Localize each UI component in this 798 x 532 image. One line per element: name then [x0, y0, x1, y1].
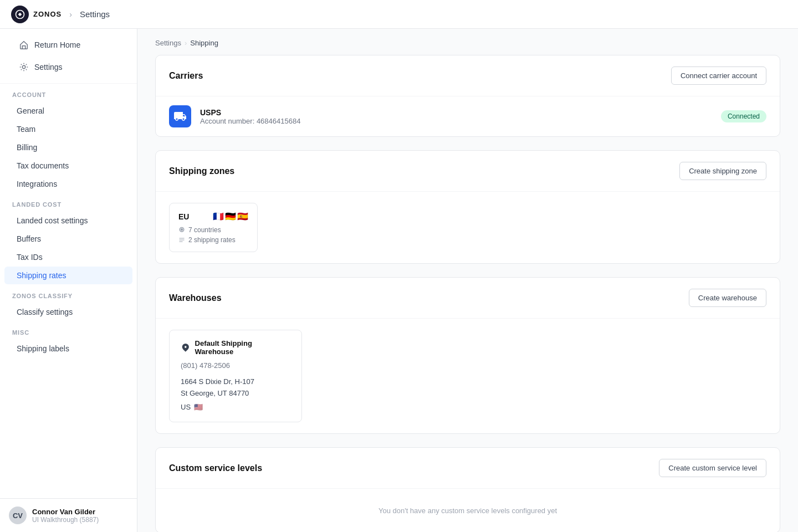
classify-section-label: ZONOS CLASSIFY	[0, 285, 137, 303]
warehouse-address-line2: St George, UT 84770	[181, 388, 290, 400]
zone-name: EU	[178, 212, 189, 221]
svg-point-1	[22, 65, 25, 68]
sidebar-item-classify-settings[interactable]: Classify settings	[4, 303, 132, 321]
logo-icon	[11, 6, 29, 23]
custom-service-levels-card: Custom service levels Create custom serv…	[155, 447, 780, 532]
misc-section-label: MISC	[0, 321, 137, 339]
shipping-zones-card-header: Shipping zones Create shipping zone	[156, 151, 780, 192]
zone-card-eu[interactable]: EU 🇫🇷 🇩🇪 🇪🇸 7 countries	[169, 203, 258, 252]
sidebar-item-landed-cost-settings[interactable]: Landed cost settings	[4, 212, 132, 229]
flag-de: 🇩🇪	[225, 211, 236, 222]
zone-rates: 2 shipping rates	[178, 236, 248, 244]
sidebar-item-return-home[interactable]: Return Home	[11, 34, 126, 55]
user-footer: CV Connor Van Gilder UI Walkthrough (588…	[0, 498, 137, 532]
location-pin-icon	[181, 342, 191, 352]
flag-fr: 🇫🇷	[213, 211, 224, 222]
return-home-label: Return Home	[34, 40, 80, 49]
carrier-name: USPS	[200, 108, 712, 117]
topbar-title: Settings	[80, 9, 110, 19]
carrier-icon	[169, 105, 191, 127]
warehouse-country-code: US	[181, 402, 191, 413]
landed-cost-section-label: LANDED COST	[0, 193, 137, 211]
topbar: ZONOS › Settings	[0, 0, 798, 29]
empty-state-text: You don't have any custom service levels…	[169, 500, 766, 521]
warehouses-title: Warehouses	[169, 293, 222, 303]
warehouse-address-line1: 1664 S Dixie Dr, H-107	[181, 376, 290, 388]
breadcrumb-chevron-icon: ›	[185, 39, 187, 47]
sidebar-item-integrations[interactable]: Integrations	[4, 175, 132, 193]
create-shipping-zone-button[interactable]: Create shipping zone	[679, 162, 766, 180]
carrier-account: Account number: 46846415684	[200, 117, 712, 125]
flag-es: 🇪🇸	[237, 211, 248, 222]
warehouse-card[interactable]: Default Shipping Warehouse (801) 478-250…	[169, 330, 302, 422]
home-icon	[19, 40, 29, 50]
user-name: Connor Van Gilder	[32, 508, 99, 516]
warehouse-country: US 🇺🇸	[181, 402, 290, 413]
warehouses-card: Warehouses Create warehouse Default Ship…	[155, 277, 780, 434]
carriers-title: Carriers	[169, 71, 203, 81]
sidebar: Return Home Settings ACCOUNT General Tea…	[0, 29, 137, 532]
sidebar-item-team[interactable]: Team	[4, 120, 132, 138]
custom-service-levels-header: Custom service levels Create custom serv…	[156, 448, 780, 489]
sidebar-top-nav: Return Home Settings	[0, 29, 137, 84]
shipping-zones-card: Shipping zones Create shipping zone EU 🇫…	[155, 150, 780, 264]
warehouse-name: Default Shipping Warehouse	[195, 339, 290, 356]
breadcrumb: Settings › Shipping	[137, 29, 798, 55]
sidebar-item-billing[interactable]: Billing	[4, 139, 132, 156]
sidebar-item-shipping-rates[interactable]: Shipping rates	[4, 267, 132, 284]
carriers-card: Carriers Connect carrier account USPS Ac…	[155, 55, 780, 137]
sidebar-item-tax-ids[interactable]: Tax IDs	[4, 248, 132, 266]
svg-point-2	[181, 228, 183, 231]
zone-countries: 7 countries	[178, 226, 248, 234]
custom-service-levels-body: You don't have any custom service levels…	[156, 489, 780, 532]
sidebar-item-buffers[interactable]: Buffers	[4, 230, 132, 248]
avatar: CV	[9, 507, 27, 524]
shipping-zones-body: EU 🇫🇷 🇩🇪 🇪🇸 7 countries	[156, 192, 780, 263]
sidebar-item-settings[interactable]: Settings	[11, 57, 126, 78]
gear-icon	[19, 62, 29, 72]
sidebar-section-account: ACCOUNT General Team Billing Tax documen…	[0, 84, 137, 193]
create-custom-service-level-button[interactable]: Create custom service level	[659, 459, 766, 477]
create-warehouse-button[interactable]: Create warehouse	[689, 289, 766, 307]
user-sub: UI Walkthrough (5887)	[32, 516, 99, 524]
sidebar-item-general[interactable]: General	[4, 102, 132, 120]
warehouse-header: Default Shipping Warehouse	[181, 339, 290, 356]
carriers-card-header: Carriers Connect carrier account	[156, 55, 780, 96]
sidebar-item-tax-documents[interactable]: Tax documents	[4, 157, 132, 175]
topbar-chevron: ›	[69, 10, 72, 19]
sidebar-section-misc: MISC Shipping labels	[0, 321, 137, 358]
shipping-zones-title: Shipping zones	[169, 166, 234, 176]
warehouse-phone: (801) 478-2506	[181, 361, 290, 370]
logo-area: ZONOS	[11, 6, 62, 23]
connect-carrier-button[interactable]: Connect carrier account	[671, 66, 766, 85]
settings-label: Settings	[34, 63, 63, 71]
carrier-info: USPS Account number: 46846415684	[200, 108, 712, 125]
sidebar-section-landed-cost: LANDED COST Landed cost settings Buffers…	[0, 193, 137, 285]
zone-meta: 7 countries 2 shipping rates	[178, 226, 248, 244]
main-content: Settings › Shipping Carriers Connect car…	[137, 29, 798, 532]
custom-service-levels-title: Custom service levels	[169, 463, 262, 473]
zone-card-header: EU 🇫🇷 🇩🇪 🇪🇸	[178, 211, 248, 222]
user-info: Connor Van Gilder UI Walkthrough (5887)	[32, 508, 99, 524]
breadcrumb-settings[interactable]: Settings	[155, 39, 181, 47]
warehouses-card-header: Warehouses Create warehouse	[156, 278, 780, 319]
carrier-status-badge: Connected	[721, 110, 766, 122]
zone-flags: 🇫🇷 🇩🇪 🇪🇸	[213, 211, 248, 222]
account-section-label: ACCOUNT	[0, 84, 137, 101]
carrier-row: USPS Account number: 46846415684 Connect…	[156, 96, 780, 136]
warehouse-flag: 🇺🇸	[194, 402, 203, 413]
warehouses-body: Default Shipping Warehouse (801) 478-250…	[156, 319, 780, 433]
breadcrumb-current: Shipping	[190, 39, 218, 47]
brand-name: ZONOS	[33, 10, 62, 18]
sidebar-section-classify: ZONOS CLASSIFY Classify settings	[0, 285, 137, 321]
warehouse-address: 1664 S Dixie Dr, H-107 St George, UT 847…	[181, 376, 290, 413]
sidebar-item-shipping-labels[interactable]: Shipping labels	[4, 340, 132, 357]
